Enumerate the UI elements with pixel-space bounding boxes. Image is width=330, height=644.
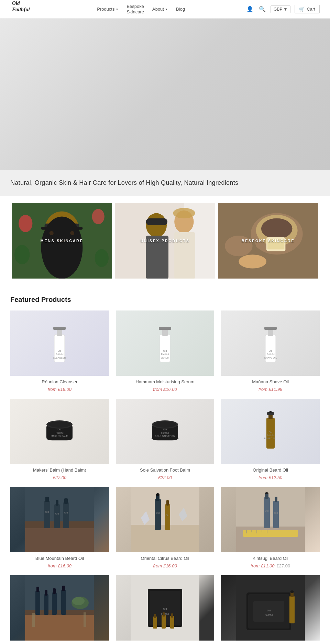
search-icon[interactable]: 🔍 — [258, 5, 266, 13]
about-nav-item[interactable]: About ▼ — [152, 7, 168, 12]
product-reunion-cleanser[interactable]: Old Faithful CLEANSER Réunion Cleanser f… — [10, 310, 109, 392]
svg-text:Old: Old — [274, 512, 278, 514]
svg-text:Old: Old — [268, 350, 272, 352]
svg-rect-128 — [154, 614, 156, 618]
svg-rect-72 — [44, 501, 50, 528]
svg-rect-111 — [36, 587, 39, 592]
featured-title: Featured Products — [10, 296, 320, 304]
svg-text:Faithful: Faithful — [12, 7, 30, 12]
category-mens[interactable]: MENS SKINCARE — [12, 203, 112, 279]
svg-rect-132 — [171, 613, 173, 618]
svg-text:Faithful: Faithful — [56, 432, 64, 434]
product-oriental-citrus[interactable]: Old Old Oriental Citrus Beard Oil from £… — [116, 487, 214, 568]
about-nav-label: About — [152, 7, 164, 12]
svg-text:Old: Old — [64, 511, 68, 514]
svg-text:Old: Old — [163, 428, 167, 431]
product-last1[interactable] — [10, 575, 109, 644]
mens-category-label: MENS SKINCARE — [41, 239, 84, 243]
cart-icon: 🛒 — [299, 7, 305, 12]
product-name: Sole Salvation Foot Balm — [140, 467, 190, 473]
svg-text:Old: Old — [166, 514, 169, 517]
main-nav: Products ▼ Bespoke Skincare About ▼ Blog — [97, 4, 185, 14]
product-image: Old Old — [221, 487, 320, 552]
svg-point-58 — [154, 421, 176, 428]
products-grid: Old Faithful CLEANSER Réunion Cleanser f… — [10, 310, 320, 644]
svg-text:Faithful: Faithful — [266, 434, 274, 437]
product-price: from £19.00 — [48, 387, 72, 392]
products-nav-label: Products — [97, 7, 114, 12]
svg-rect-100 — [264, 497, 270, 528]
user-icon[interactable]: 👤 — [246, 5, 254, 13]
bespoke-nav-link[interactable]: Bespoke Skincare — [126, 4, 144, 14]
products-nav-item[interactable]: Products ▼ — [97, 7, 118, 12]
svg-rect-86 — [165, 504, 170, 530]
product-image: Old Faithful — [221, 575, 320, 641]
blog-nav-item[interactable]: Blog — [176, 7, 185, 12]
product-makers-balm[interactable]: Old Faithful MAKERS BALM Makers' Balm (H… — [10, 399, 109, 480]
svg-text:SOLE SALVATION: SOLE SALVATION — [155, 435, 175, 437]
svg-text:Old: Old — [58, 428, 62, 431]
svg-rect-112 — [44, 594, 48, 615]
svg-rect-94 — [243, 530, 298, 537]
product-price: from £12.50 — [258, 475, 282, 480]
svg-text:SHAVE OIL: SHAVE OIL — [264, 357, 277, 359]
svg-text:Old: Old — [156, 512, 160, 514]
svg-rect-129 — [162, 615, 166, 629]
svg-rect-75 — [56, 500, 58, 506]
category-grid: MENS SKINCARE UNISEX PRODUCTS — [0, 196, 330, 285]
svg-rect-71 — [25, 528, 94, 552]
bespoke-nav-label: Bespoke — [126, 4, 144, 9]
logo[interactable]: Old Faithful — [10, 0, 36, 20]
svg-rect-121 — [84, 612, 86, 627]
svg-rect-83 — [155, 499, 161, 530]
svg-point-102 — [265, 492, 268, 494]
category-bespoke[interactable]: BESPOKE SKINCARE — [218, 203, 318, 279]
product-last3[interactable]: Old Faithful — [221, 575, 320, 644]
product-image: Old Old — [116, 487, 214, 552]
bespoke-nav-item[interactable]: Bespoke Skincare — [126, 4, 144, 14]
product-image: Old Faithful SOLE SALVATION — [116, 399, 214, 464]
hero-section — [0, 19, 330, 170]
product-name: Original Beard Oil — [253, 467, 288, 473]
product-kintsugi[interactable]: Old Old Kintsugi Beard Oil from £11.00 £… — [221, 487, 320, 568]
svg-text:BEARD OIL: BEARD OIL — [264, 437, 277, 440]
product-sole-salvation[interactable]: Old Faithful SOLE SALVATION Sole Salvati… — [116, 399, 214, 480]
svg-text:Old: Old — [268, 431, 272, 433]
svg-text:Old: Old — [163, 608, 167, 610]
product-image: Old Old Old — [10, 487, 109, 552]
svg-text:Faithful: Faithful — [56, 353, 64, 355]
product-original-beard-oil[interactable]: Old Faithful BEARD OIL Original Beard Oi… — [221, 399, 320, 480]
svg-rect-115 — [53, 588, 56, 594]
tagline-text: Natural, Organic Skin & Hair Care for Lo… — [10, 179, 320, 187]
product-price: from £16.00 — [153, 563, 177, 568]
svg-rect-73 — [45, 497, 49, 502]
product-last2[interactable]: Old Faithful — [116, 575, 214, 644]
category-unisex[interactable]: UNISEX PRODUCTS — [115, 203, 215, 279]
svg-rect-38 — [159, 327, 171, 330]
product-original-price: £27.00 — [276, 563, 290, 568]
svg-rect-117 — [62, 586, 65, 591]
svg-rect-87 — [166, 500, 169, 506]
product-blue-mountain[interactable]: Old Old Old Blue Mountain Beard Oil from… — [10, 487, 109, 568]
svg-rect-114 — [52, 592, 57, 615]
svg-rect-103 — [273, 501, 279, 528]
svg-text:Faithful: Faithful — [161, 613, 169, 615]
product-manana-shave[interactable]: Old Faithful SHAVE OIL Mañana Shave Oil … — [221, 310, 320, 392]
svg-rect-139 — [289, 596, 295, 623]
product-hammam-serum[interactable]: Old Faithful SERUM Hammam Moisturising S… — [116, 310, 214, 392]
product-price: £27.00 — [53, 475, 66, 480]
svg-rect-76 — [63, 502, 69, 528]
product-image: Old Faithful MAKERS BALM — [10, 399, 109, 464]
svg-point-119 — [72, 597, 85, 605]
svg-text:MAKERS BALM: MAKERS BALM — [51, 435, 68, 437]
svg-rect-77 — [64, 498, 68, 504]
product-price: from £11.99 — [258, 387, 282, 392]
cart-button[interactable]: 🛒 Cart — [295, 5, 320, 13]
product-name: Mañana Shave Oil — [252, 379, 289, 385]
svg-text:Faithful: Faithful — [266, 353, 274, 355]
product-price-container: from £11.00 £27.00 — [251, 563, 290, 568]
svg-rect-120 — [32, 613, 35, 627]
bespoke-category-label: BESPOKE SKINCARE — [242, 239, 295, 243]
product-image: Old Faithful SERUM — [116, 310, 214, 376]
currency-selector[interactable]: GBP ▼ — [271, 5, 290, 13]
